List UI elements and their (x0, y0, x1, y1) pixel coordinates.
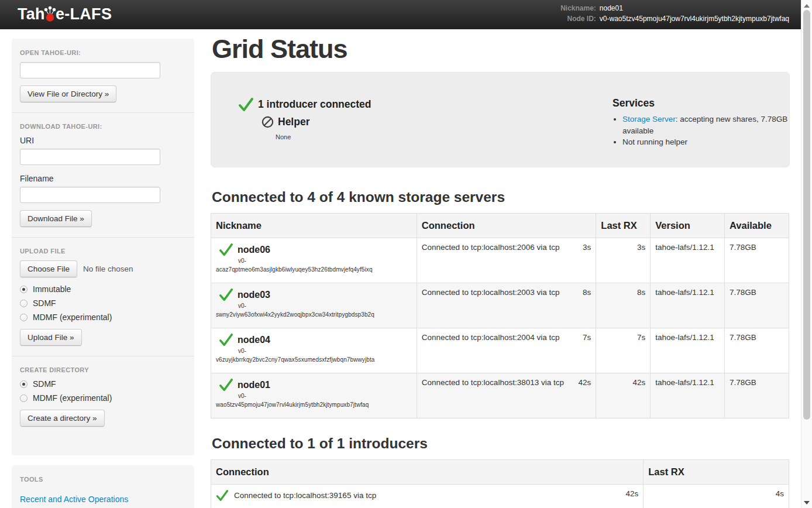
peer-id-hash: acaz7qptmeo6m3asjlgkb6iwlyuqey53hz26tbdm… (216, 266, 412, 273)
col-version: Version (651, 214, 725, 238)
table-header-row: Nickname Connection Last RX Version Avai… (211, 214, 789, 238)
peer-id-hash: v6zuyjkbrrkqy2bvc2cny7qwax5sxumedsxfzfjw… (216, 356, 412, 363)
available-cell: 7.78GB (725, 238, 789, 283)
radio-label: SDMF (33, 298, 56, 308)
storage-server-link[interactable]: Storage Server (622, 115, 676, 123)
col-last-rx: Last RX (596, 214, 651, 238)
nickname-value: node01 (600, 4, 623, 12)
download-uri-label: DOWNLOAD TAHOE-URI: (20, 123, 186, 130)
view-file-button[interactable]: View File or Directory » (20, 85, 116, 102)
create-directory-button[interactable]: Create a directory » (20, 410, 105, 427)
nickname-cell: node06 v0- acaz7qptmeo6m3asjlgkb6iwlyuqe… (211, 238, 417, 283)
services-section: Services Storage Server: accepting new s… (613, 97, 806, 148)
node-id-value: v0-wao5tzv45pmoju47jow7rvl4ukirjm5ytbh2k… (600, 15, 789, 23)
introducer-status-text: 1 introducer connected (258, 98, 371, 111)
helper-value: None (276, 133, 291, 140)
upload-format-option-sdmf[interactable]: SDMF (20, 298, 186, 308)
storage-servers-table: Nickname Connection Last RX Version Avai… (211, 213, 789, 418)
check-icon (219, 243, 233, 256)
scroll-up-arrow-icon[interactable] (804, 4, 810, 8)
radio-dir-sdmf[interactable] (20, 380, 27, 388)
page-title: Grid Status (212, 34, 807, 64)
scrollbar-thumb[interactable] (803, 10, 810, 420)
peer-id-prefix: v0- (238, 393, 412, 399)
logo-text-pre: Tah (18, 5, 45, 23)
tahoe-lafs-grid-status-page: Tah e-LAFS Nickname:node01 Node ID:v0-wa… (0, 0, 812, 508)
connection-text: Connected to tcp:localhost:2004 via tcp (422, 333, 560, 342)
radio-dir-mdmf[interactable] (20, 394, 27, 402)
node-id-row: Node ID:v0-wao5tzv45pmoju47jow7rvl4ukirj… (558, 14, 789, 25)
connection-age: 42s (579, 378, 591, 387)
service-helper: Not running helper (622, 136, 806, 148)
check-icon (238, 97, 254, 112)
radio-mdmf[interactable] (20, 314, 27, 321)
introducer-status: 1 introducer connected (238, 97, 371, 112)
last-rx-cell: 7s (596, 328, 651, 373)
server-nickname: node04 (238, 335, 270, 345)
server-row: node01 v0- wao5tzv45pmoju47jow7rvl4ukirj… (211, 373, 789, 418)
choose-file-button[interactable]: Choose File (20, 260, 77, 277)
connection-cell: Connected to tcp:localhost:2004 via tcp … (417, 328, 596, 373)
top-bar: Tah e-LAFS Nickname:node01 Node ID:v0-wa… (0, 0, 801, 29)
upload-format-option-immutable[interactable]: Immutable (20, 284, 186, 294)
radio-sdmf[interactable] (20, 300, 27, 307)
introducers-table: Connection Last RX Connected to tcp:loca… (211, 459, 789, 508)
check-icon (219, 333, 233, 346)
sidebar-divider (12, 237, 194, 238)
scroll-down-arrow-icon[interactable] (804, 501, 810, 504)
upload-file-button[interactable]: Upload File » (20, 329, 82, 346)
recent-operations-link[interactable]: Recent and Active Operations (20, 495, 128, 504)
connection-text: Connected to tcp:localhost:39165 via tcp (234, 491, 376, 500)
filename-input[interactable] (20, 187, 160, 203)
check-icon (219, 288, 233, 301)
nickname-cell: node01 v0- wao5tzv45pmoju47jow7rvl4ukirj… (211, 373, 417, 418)
version-cell: tahoe-lafs/1.12.1 (651, 238, 725, 283)
peer-id-prefix: v0- (238, 258, 412, 264)
upload-format-option-mdmf[interactable]: MDMF (experimental) (20, 313, 186, 322)
radio-label: SDMF (33, 379, 56, 389)
filename-field-label: Filename (20, 174, 186, 183)
connection-cell: Connected to tcp:localhost:39165 via tcp… (211, 485, 644, 508)
dir-format-option-sdmf[interactable]: SDMF (20, 379, 186, 389)
connection-age: 7s (583, 333, 591, 342)
version-cell: tahoe-lafs/1.12.1 (651, 328, 725, 373)
app-logo[interactable]: Tah e-LAFS (18, 5, 112, 23)
sidebar-divider (12, 356, 194, 356)
peer-id-prefix: v0- (238, 303, 412, 309)
col-available: Available (725, 214, 789, 238)
col-last-rx: Last RX (644, 460, 789, 485)
dir-format-option-mdmf[interactable]: MDMF (experimental) (20, 393, 186, 403)
peer-id-hash: wao5tzv45pmoju47jow7rvl4ukirjm5ytbh2kjty… (216, 401, 412, 408)
uri-input[interactable] (20, 149, 160, 165)
upload-file-label: UPLOAD FILE (20, 248, 186, 255)
radio-immutable[interactable] (20, 286, 27, 293)
vertical-scrollbar[interactable] (801, 0, 812, 508)
col-nickname: Nickname (211, 214, 417, 238)
nickname-label: Nickname: (558, 4, 596, 14)
connection-text: Connected to tcp:localhost:38013 via tcp (422, 378, 564, 387)
main-content: Grid Status 1 introducer connected Helpe… (211, 29, 807, 508)
connection-age: 3s (583, 243, 591, 252)
no-file-chosen-text: No file chosen (83, 265, 133, 273)
last-rx-cell: 42s (596, 373, 651, 418)
version-cell: tahoe-lafs/1.12.1 (651, 373, 725, 418)
logo-text-post: e-LAFS (56, 5, 112, 23)
radio-label: Immutable (33, 284, 71, 294)
storage-servers-heading: Connected to 4 of 4 known storage server… (212, 189, 807, 205)
nickname-row: Nickname:node01 (558, 4, 789, 14)
download-file-button[interactable]: Download File » (20, 210, 92, 227)
nickname-cell: node04 v0- v6zuyjkbrrkqy2bvc2cny7qwax5sx… (211, 328, 417, 373)
introducers-heading: Connected to 1 of 1 introducers (212, 435, 807, 452)
available-cell: 7.78GB (725, 328, 789, 373)
open-uri-label: OPEN TAHOE-URI: (20, 49, 186, 56)
available-cell: 7.78GB (725, 373, 789, 418)
tahoe-node-icon (44, 5, 57, 23)
no-helper-icon (262, 116, 274, 128)
uri-field-label: URI (20, 136, 186, 145)
node-id-label: Node ID: (558, 14, 596, 25)
last-rx-cell: 8s (596, 283, 651, 328)
service-storage-server: Storage Server: accepting new shares, 7.… (622, 114, 806, 136)
connection-text: Connected to tcp:localhost:2003 via tcp (422, 288, 560, 297)
check-icon (219, 378, 233, 392)
open-uri-input[interactable] (20, 62, 160, 78)
